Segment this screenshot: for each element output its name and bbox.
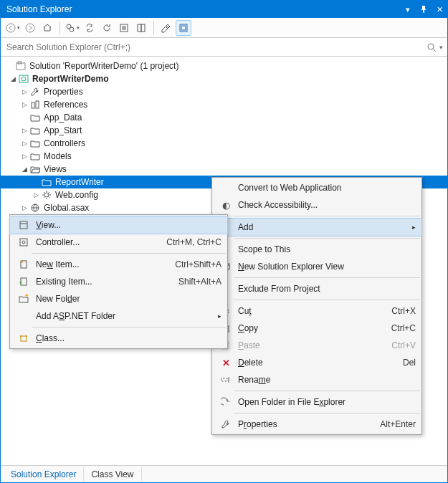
new-item-icon: ✦ bbox=[16, 259, 32, 269]
svg-point-0 bbox=[6, 24, 15, 32]
svg-rect-27 bbox=[20, 221, 27, 229]
existing-item-icon: + bbox=[16, 277, 32, 287]
wrench-icon bbox=[218, 419, 234, 429]
tree-label: Properties bbox=[44, 87, 83, 97]
pin-icon[interactable] bbox=[417, 4, 430, 15]
close-icon[interactable]: ✕ bbox=[433, 4, 446, 15]
svg-rect-5 bbox=[138, 24, 141, 32]
solution-icon bbox=[15, 60, 27, 72]
menu-exclude[interactable]: Exclude From Project bbox=[212, 280, 421, 297]
svg-rect-25 bbox=[221, 378, 227, 381]
svg-point-17 bbox=[44, 193, 49, 197]
tree-references[interactable]: ▷References bbox=[1, 98, 447, 111]
svg-point-1 bbox=[26, 24, 34, 32]
home-icon[interactable] bbox=[39, 20, 55, 36]
tree-label: App_Data bbox=[44, 113, 82, 123]
folder-icon bbox=[29, 125, 41, 136]
preview-icon[interactable] bbox=[176, 20, 191, 36]
tree-label: Solution 'ReportWriterDemo' (1 project) bbox=[29, 61, 178, 71]
tree-models[interactable]: ▷Models bbox=[1, 150, 447, 163]
svg-point-3 bbox=[70, 27, 74, 32]
submenu-controller[interactable]: Controller...Ctrl+M, Ctrl+C bbox=[10, 234, 227, 251]
delete-icon: ✕ bbox=[218, 358, 234, 368]
folder-icon bbox=[29, 150, 41, 162]
sync-icon[interactable] bbox=[82, 20, 97, 36]
controller-icon bbox=[16, 237, 32, 247]
tree-label: Models bbox=[44, 151, 72, 161]
tree-label: ReportWriter bbox=[55, 177, 104, 187]
clock-icon: ◐ bbox=[218, 200, 234, 211]
dropdown-icon[interactable]: ▾ bbox=[401, 4, 414, 15]
svg-rect-6 bbox=[141, 24, 145, 32]
back-icon[interactable]: ▾ bbox=[5, 20, 21, 36]
svg-rect-8 bbox=[181, 26, 186, 30]
svg-point-38 bbox=[26, 335, 27, 337]
window-title: Solution Explorer bbox=[6, 4, 72, 14]
tree-label: ReportWriterDemo bbox=[32, 74, 108, 84]
submenu-new-folder[interactable]: ✦New Folder bbox=[10, 290, 227, 307]
tree-appstart[interactable]: ▷App_Start bbox=[1, 124, 447, 137]
globe-icon bbox=[29, 202, 41, 214]
tree-label: Controllers bbox=[44, 138, 85, 148]
menu-delete[interactable]: ✕DeleteDel bbox=[212, 354, 421, 371]
menu-add[interactable]: Add▸ bbox=[212, 219, 421, 236]
titlebar: Solution Explorer ▾ ✕ bbox=[1, 1, 447, 18]
tree-solution[interactable]: ▸Solution 'ReportWriterDemo' (1 project) bbox=[1, 59, 447, 72]
menu-cut[interactable]: ✂CutCtrl+X bbox=[212, 302, 421, 320]
folder-icon bbox=[41, 176, 52, 188]
scope-icon[interactable]: ▾ bbox=[65, 20, 80, 36]
menu-label: ew Solution Explorer View bbox=[244, 262, 344, 272]
search-dropdown-icon[interactable]: ▾ bbox=[439, 44, 443, 51]
svg-text:+: + bbox=[19, 279, 22, 287]
svg-rect-29 bbox=[20, 239, 27, 246]
menu-new-sln-view[interactable]: New Solution Explorer View bbox=[212, 258, 421, 275]
svg-rect-16 bbox=[36, 101, 39, 108]
open-folder-icon bbox=[218, 397, 234, 407]
tree-properties[interactable]: ▷Properties bbox=[1, 85, 447, 98]
svg-point-9 bbox=[428, 44, 434, 49]
folder-icon bbox=[29, 112, 41, 123]
search-bar: ▾ bbox=[1, 38, 447, 57]
menu-check-accessibility[interactable]: ◐Check Accessibility... bbox=[212, 196, 421, 214]
folder-open-icon bbox=[29, 163, 41, 175]
svg-rect-36 bbox=[21, 336, 27, 341]
svg-point-37 bbox=[20, 335, 22, 337]
submenu-new-item[interactable]: ✦New Item...Ctrl+Shift+A bbox=[10, 256, 227, 273]
wrench-icon bbox=[29, 86, 41, 97]
svg-text:✦: ✦ bbox=[24, 294, 29, 299]
tree-label: References bbox=[44, 100, 87, 110]
showall-icon[interactable] bbox=[133, 20, 149, 36]
search-input[interactable] bbox=[5, 42, 426, 53]
menu-convert[interactable]: Convert to Web Application bbox=[212, 179, 421, 196]
menu-open-folder[interactable]: Open Folder in File Explorer bbox=[212, 393, 421, 411]
menu-copy[interactable]: CopyCtrl+C bbox=[212, 320, 421, 337]
properties-icon[interactable] bbox=[158, 20, 174, 36]
tree-project[interactable]: ◢ReportWriterDemo bbox=[1, 72, 447, 85]
new-folder-icon: ✦ bbox=[16, 294, 32, 304]
rename-icon bbox=[218, 375, 234, 385]
tree-appdata[interactable]: ▷App_Data bbox=[1, 111, 447, 124]
menu-rename[interactable]: Rename bbox=[212, 371, 421, 388]
project-icon bbox=[18, 73, 29, 85]
collapse-icon[interactable] bbox=[116, 20, 132, 36]
search-icon[interactable] bbox=[426, 42, 437, 52]
arrow-right-icon: ▸ bbox=[409, 224, 416, 231]
submenu-existing-item[interactable]: +Existing Item...Shift+Alt+A bbox=[10, 273, 227, 290]
tree-views[interactable]: ◢Views bbox=[1, 163, 447, 176]
menu-scope[interactable]: Scope to This bbox=[212, 241, 421, 258]
folder-icon bbox=[29, 138, 41, 149]
submenu-aspnet-folder[interactable]: Add ASP.NET Folder▸ bbox=[10, 307, 227, 325]
forward-icon[interactable] bbox=[22, 20, 38, 36]
toolbar: ▾ ▾ bbox=[1, 18, 447, 38]
refresh-icon[interactable] bbox=[99, 20, 115, 36]
menu-properties[interactable]: PropertiesAlt+Enter bbox=[212, 416, 421, 433]
tab-solution-explorer[interactable]: Solution Explorer bbox=[4, 467, 84, 482]
svg-point-14 bbox=[22, 77, 26, 81]
tree-label: Views bbox=[44, 164, 67, 174]
tree-controllers[interactable]: ▷Controllers bbox=[1, 137, 447, 150]
submenu-class[interactable]: Class... bbox=[10, 330, 227, 347]
submenu-view[interactable]: View... bbox=[10, 216, 227, 234]
config-icon bbox=[41, 189, 52, 201]
tab-class-view[interactable]: Class View bbox=[84, 467, 141, 482]
tree-label: App_Start bbox=[44, 125, 82, 135]
